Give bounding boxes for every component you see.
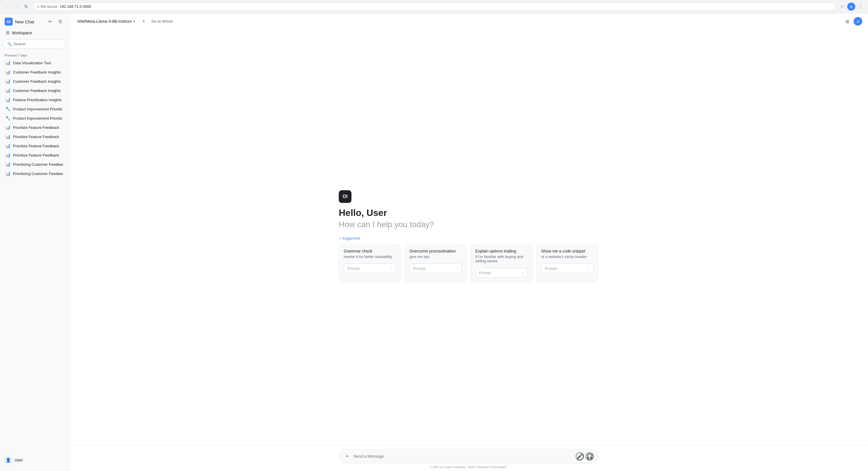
user-profile-footer[interactable]: 👤 User: [0, 452, 69, 468]
workspace-icon: ⊞: [6, 30, 9, 35]
sidebar-item-text-8: Prioritize Feature Feedback: [13, 135, 59, 139]
sidebar-item-icon-0: 📊: [5, 60, 11, 65]
sidebar-item-icon-2: 📊: [5, 79, 11, 84]
sidebar-item-11[interactable]: 📊Prioritizing Customer Feedbac: [1, 160, 68, 169]
sidebar-item-icon-9: 📊: [5, 143, 11, 148]
attach-button[interactable]: +: [344, 453, 351, 460]
card-prompt-text-0: Prompt: [347, 266, 360, 271]
sidebar-header: OI New Chat ✏ ☰: [0, 13, 69, 28]
sidebar-item-6[interactable]: 🔧Product Improvement Prioritiz: [1, 113, 68, 123]
sidebar-item-icon-1: 📊: [5, 69, 11, 75]
sidebar-item-text-6: Product Improvement Prioritiz: [13, 116, 62, 121]
topbar-avatar[interactable]: A: [854, 17, 862, 26]
set-default-label: Set as default: [151, 19, 172, 23]
card-prompt-1[interactable]: Prompt ↑: [409, 264, 462, 273]
welcome-subtitle: How can I help you today?: [339, 220, 434, 229]
message-input[interactable]: [353, 454, 573, 459]
sidebar-item-12[interactable]: 📊Prioritizing Customer Feedbac: [1, 169, 68, 178]
sidebar-item-4[interactable]: 📊Feature Prioritization Insights: [1, 95, 68, 104]
sidebar-item-2[interactable]: 📊Customer Feedback Insights: [1, 77, 68, 86]
card-subtitle-3: of a website's sticky header: [541, 255, 594, 259]
suggestion-card-2[interactable]: Explain options trading if I'm familiar …: [470, 244, 533, 282]
sidebar-item-text-11: Prioritizing Customer Feedbac: [13, 162, 63, 167]
input-icons: 🎤 🎧: [576, 452, 594, 460]
warning-icon: ⚠: [37, 5, 40, 9]
sidebar-item-8[interactable]: 📊Prioritize Feature Feedback: [1, 132, 68, 141]
card-subtitle-2: if I'm familiar with buying and selling …: [475, 255, 528, 263]
browser-profile-icon[interactable]: A: [847, 3, 855, 11]
sidebar-header-icons: ✏ ☰: [46, 17, 64, 26]
card-send-icon-2: ↑: [522, 270, 524, 275]
user-name: User: [14, 458, 23, 462]
sidebar-item-icon-7: 📊: [5, 125, 11, 130]
suggestion-card-3[interactable]: Show me a code snippet of a website's st…: [536, 244, 598, 282]
sidebar-item-text-0: Data Visualization Tool: [13, 61, 51, 65]
suggestion-card-1[interactable]: Overcome procrastination give me tips Pr…: [405, 244, 467, 282]
suggestion-cards: Grammar check rewrite it for better read…: [339, 244, 598, 282]
card-title-3: Show me a code snippet: [541, 249, 594, 254]
message-input-wrapper: + 🎤 🎧: [339, 449, 598, 464]
main-content: NIM/Meta-Llama-3-8B-Instruct ▾ + Set as …: [69, 13, 868, 471]
card-prompt-0[interactable]: Prompt ↑: [344, 264, 396, 273]
browser-actions: ☆ A ⋮: [838, 3, 865, 11]
add-model-button[interactable]: +: [140, 17, 148, 25]
app-container: OI New Chat ✏ ☰ ⊞ Workspace 🔍 Search Pre…: [0, 13, 868, 471]
address-bar[interactable]: ⚠ Not secure 192.168.71.5:3000: [32, 2, 836, 11]
sidebar-item-text-5: Product Improvement Prioritiz: [13, 107, 62, 111]
url-display: 192.168.71.5:3000: [60, 4, 91, 9]
search-icon: 🔍: [7, 42, 12, 46]
sidebar-item-text-2: Customer Feedback Insights: [13, 79, 61, 83]
topbar-right: ⊞ A: [843, 17, 862, 26]
layout-button[interactable]: ⊞: [843, 17, 852, 26]
browser-chrome: ← → ↻ ⚠ Not secure 192.168.71.5:3000 ☆ A…: [0, 0, 868, 13]
search-box[interactable]: 🔍 Search: [3, 39, 66, 48]
forward-button[interactable]: →: [13, 3, 21, 11]
headphone-button[interactable]: 🎧: [586, 452, 594, 460]
sidebar-item-3[interactable]: 📊Customer Feedback Insights: [1, 86, 68, 95]
sidebar-item-5[interactable]: 🔧Product Improvement Prioritiz: [1, 104, 68, 113]
welcome-section: OI Hello, User How can I help you today?…: [339, 190, 598, 282]
workspace-label: Workspace: [12, 31, 32, 35]
sidebar-item-7[interactable]: 📊Prioritize Feature Feedback: [1, 123, 68, 132]
model-selector[interactable]: NIM/Meta-Llama-3-8B-Instruct ▾: [75, 18, 137, 25]
bottom-bar: + 🎤 🎧 LLMs can make mistakes. Verify imp…: [69, 445, 868, 471]
sidebar-item-icon-12: 📊: [5, 171, 11, 176]
welcome-greeting: Hello, User: [339, 207, 387, 218]
search-placeholder: Search: [13, 42, 25, 46]
topbar: NIM/Meta-Llama-3-8B-Instruct ▾ + Set as …: [69, 13, 868, 27]
suggestion-card-0[interactable]: Grammar check rewrite it for better read…: [339, 244, 401, 282]
sidebar-item-10[interactable]: 📊Prioritize Feature Feedback: [1, 150, 68, 160]
chevron-down-icon: ▾: [133, 19, 135, 23]
sidebar-item-text-10: Prioritize Feature Feedback: [13, 153, 59, 157]
disclaimer-text: LLMs can make mistakes. Verify important…: [430, 465, 507, 469]
sidebar-item-9[interactable]: 📊Prioritize Feature Feedback: [1, 141, 68, 150]
sidebar-item-text-4: Feature Prioritization Insights: [13, 98, 61, 102]
chat-area: OI Hello, User How can I help you today?…: [69, 27, 868, 445]
bookmark-button[interactable]: ☆: [838, 3, 846, 11]
card-prompt-text-2: Prompt: [479, 271, 491, 275]
list-button[interactable]: ☰: [56, 17, 64, 26]
sidebar-item-text-7: Prioritize Feature Feedback: [13, 125, 59, 130]
suggested-label[interactable]: + Suggested: [339, 236, 360, 240]
back-button[interactable]: ←: [3, 3, 11, 11]
workspace-item[interactable]: ⊞ Workspace: [1, 28, 68, 37]
compose-button[interactable]: ✏: [46, 17, 55, 26]
card-prompt-2[interactable]: Prompt ↑: [475, 268, 528, 278]
card-prompt-3[interactable]: Prompt ↑: [541, 264, 594, 273]
card-send-icon-1: ↑: [456, 266, 458, 271]
sidebar-item-icon-10: 📊: [5, 153, 11, 158]
card-title-2: Explain options trading: [475, 249, 528, 254]
card-subtitle-0: rewrite it for better readability: [344, 255, 396, 259]
model-name: NIM/Meta-Llama-3-8B-Instruct: [78, 19, 132, 24]
not-secure-indicator: ⚠ Not secure: [37, 5, 57, 9]
sidebar-item-icon-5: 🔧: [5, 106, 11, 111]
reload-button[interactable]: ↻: [22, 3, 30, 11]
browser-menu-button[interactable]: ⋮: [857, 3, 865, 11]
user-avatar: 👤: [4, 456, 12, 464]
app-logo: OI: [5, 18, 13, 26]
sidebar-item-1[interactable]: 📊Customer Feedback Insights: [1, 67, 68, 77]
section-previous-days: Previous 7 days: [0, 51, 69, 58]
sidebar-item-icon-8: 📊: [5, 134, 11, 139]
mic-button[interactable]: 🎤: [576, 452, 584, 460]
sidebar-item-0[interactable]: 📊Data Visualization Tool: [1, 58, 68, 67]
